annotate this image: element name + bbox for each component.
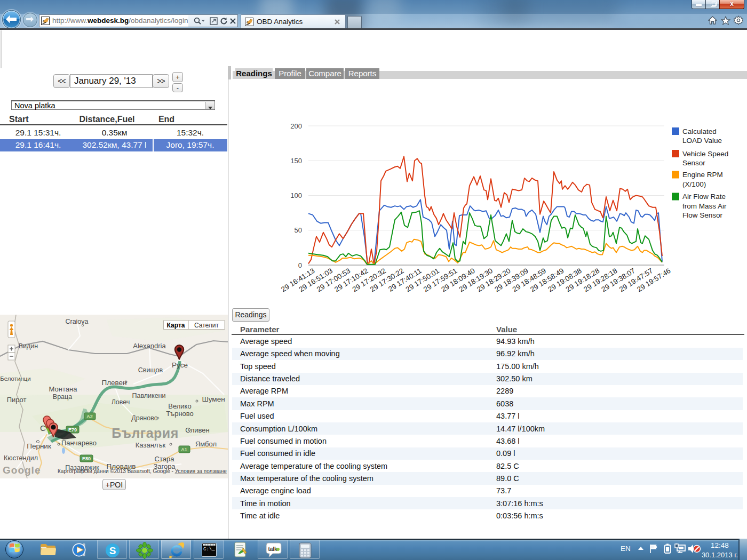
svg-text:Монтана: Монтана — [49, 385, 78, 393]
svg-text:Ямбол: Ямбол — [195, 440, 217, 448]
svg-text:България: България — [112, 426, 179, 441]
svg-text:150: 150 — [290, 157, 302, 165]
svg-text:LOAD Value: LOAD Value — [682, 137, 722, 145]
svg-text:Павликени: Павликени — [132, 392, 165, 399]
svg-text:Calculated: Calculated — [682, 127, 717, 135]
svg-text:from Mass Air: from Mass Air — [682, 202, 727, 210]
svg-text:Engine RPM: Engine RPM — [682, 171, 723, 179]
svg-text:100: 100 — [290, 191, 302, 199]
svg-text:Сателит: Сателит — [194, 322, 219, 329]
svg-text:Казанлък: Казанлък — [136, 441, 166, 449]
svg-text:S: S — [109, 545, 116, 556]
svg-text:Видин: Видин — [19, 342, 38, 350]
svg-text:Перник: Перник — [27, 442, 51, 450]
svg-text:Ловеч: Ловеч — [112, 398, 130, 406]
svg-text:Craiova: Craiova — [65, 318, 88, 325]
svg-text:Велико: Велико — [168, 402, 191, 410]
svg-text:(X/100): (X/100) — [682, 180, 706, 188]
svg-text:Плевен: Плевен — [101, 379, 126, 387]
svg-text:Панчарево: Панчарево — [61, 439, 97, 447]
svg-text:E80: E80 — [82, 456, 91, 461]
svg-text:Търново: Търново — [166, 410, 194, 418]
svg-text:Air Flow Rate: Air Flow Rate — [682, 193, 726, 201]
svg-text:Google: Google — [3, 465, 41, 476]
svg-text:Свищов: Свищов — [138, 366, 163, 374]
svg-text:Враца: Враца — [53, 393, 72, 401]
svg-text:Русе: Русе — [172, 361, 188, 369]
svg-text:Vehicle Speed: Vehicle Speed — [682, 150, 728, 158]
svg-text:0: 0 — [298, 261, 302, 269]
svg-text:Пирот: Пирот — [7, 396, 27, 404]
svg-text:A2: A2 — [86, 414, 93, 419]
svg-text:talk: talk — [268, 546, 277, 552]
svg-text:Сливен: Сливен — [185, 426, 209, 434]
svg-text:E79: E79 — [68, 427, 77, 433]
svg-text:Alexandria: Alexandria — [133, 342, 166, 350]
svg-text:Шумен: Шумен — [202, 395, 225, 403]
svg-text:A1: A1 — [181, 447, 187, 452]
svg-text:200: 200 — [290, 122, 302, 130]
svg-text:Картографски данни ©2013 Basar: Картографски данни ©2013 Basarsoft, Goog… — [58, 468, 227, 474]
svg-text:Стара: Стара — [155, 455, 175, 463]
svg-text:50: 50 — [295, 226, 302, 234]
svg-text:Белотинци: Белотинци — [0, 375, 31, 382]
svg-text:Flow Sensor: Flow Sensor — [682, 211, 723, 219]
svg-text:Sensor: Sensor — [682, 159, 705, 167]
svg-text:Карта: Карта — [167, 322, 185, 329]
svg-text:Кюстендил: Кюстендил — [4, 454, 38, 462]
svg-text:Дряново: Дряново — [131, 414, 157, 422]
